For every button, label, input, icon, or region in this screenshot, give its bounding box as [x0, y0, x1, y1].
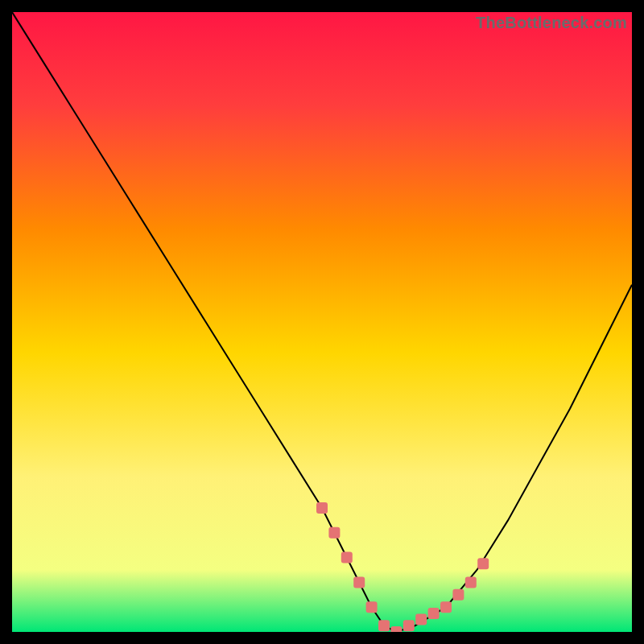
marker-point	[328, 527, 340, 539]
watermark-text: TheBottleneck.com	[476, 14, 627, 32]
marker-point	[477, 558, 489, 569]
marker-point	[341, 552, 353, 564]
marker-point	[465, 576, 477, 588]
marker-point	[390, 626, 402, 632]
chart-background-gradient	[12, 12, 632, 632]
marker-point	[452, 589, 464, 601]
marker-point	[316, 502, 328, 514]
marker-point	[415, 614, 427, 625]
marker-point	[353, 576, 365, 588]
chart-svg	[12, 12, 632, 632]
marker-point	[366, 601, 378, 613]
marker-point	[440, 601, 452, 613]
chart-frame: TheBottleneck.com	[12, 12, 632, 632]
marker-point	[378, 620, 390, 631]
marker-point	[403, 620, 415, 631]
marker-point	[428, 608, 440, 619]
